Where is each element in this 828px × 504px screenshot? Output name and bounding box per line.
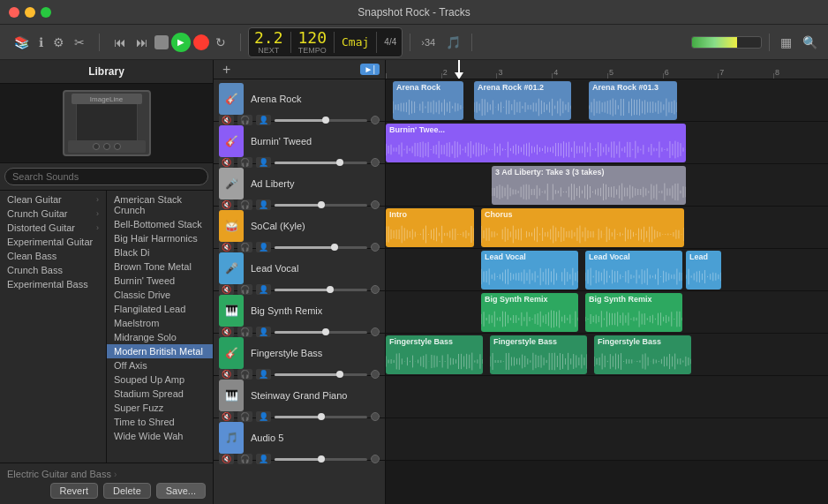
library-col1-item-4[interactable]: Clean Bass <box>0 249 106 263</box>
track-name-6: Fingerstyle Bass <box>251 348 322 358</box>
track-mute-8[interactable]: 🔇 <box>219 454 234 464</box>
track-volume-slider-8[interactable] <box>275 458 367 461</box>
key-value: Cmaj <box>342 36 369 48</box>
library-col2-item-10[interactable]: Modern British Metal <box>107 344 213 358</box>
library-col2-item-14[interactable]: Super Fuzz <box>107 401 213 415</box>
clip-waveform-0-0 <box>393 96 463 118</box>
clip-0-0[interactable]: Arena Rock <box>393 81 463 120</box>
cut-button[interactable]: ✂ <box>71 34 88 51</box>
clip-0-2[interactable]: Arena Rock #01.3 <box>589 81 677 120</box>
amp-speaker <box>76 102 138 146</box>
clip-6-1[interactable]: Fingerstyle Bass <box>490 335 587 374</box>
timeline-area: 23456789101112 Arena RockArena Rock #01.… <box>386 60 828 504</box>
library-col2-item-5[interactable]: Burnin' Tweed <box>107 274 213 288</box>
library-col1-item-0[interactable]: Clean Guitar› <box>0 192 106 207</box>
track-solo-8[interactable]: 🎧 <box>237 454 252 464</box>
library-col2-item-0[interactable]: American Stack Crunch <box>107 192 213 217</box>
clip-6-2[interactable]: Fingerstyle Bass <box>594 335 691 374</box>
stop-button[interactable] <box>154 35 169 49</box>
track-icon-3: 🥁 <box>219 210 244 242</box>
library-col2-item-1[interactable]: Bell-Bottomed Stack <box>107 217 213 231</box>
library-col1-item-6[interactable]: Experimental Bass <box>0 277 106 291</box>
clip-5-0[interactable]: Big Synth Remix <box>481 293 578 332</box>
track-row-3: IntroChorus <box>386 207 828 249</box>
library-col2-item-2[interactable]: Big Hair Harmonics <box>107 231 213 245</box>
search-input[interactable] <box>4 168 208 185</box>
smart-controls-button[interactable]: ►| <box>360 64 380 75</box>
clip-waveform-3-0 <box>386 223 474 245</box>
loop-button[interactable]: ↻ <box>212 34 230 51</box>
revert-button[interactable]: Revert <box>50 483 98 499</box>
library-col2-item-12[interactable]: Souped Up Amp <box>107 372 213 387</box>
library-col2-item-6[interactable]: Classic Drive <box>107 288 213 302</box>
clip-4-2[interactable]: Lead <box>686 251 721 290</box>
track-name-0: Arena Rock <box>251 94 301 104</box>
track-mute-light-8[interactable] <box>371 455 380 463</box>
track-input-8[interactable]: 👤 <box>256 454 271 464</box>
library-col2-item-3[interactable]: Black Di <box>107 245 213 260</box>
library-col2-item-7[interactable]: Flangilated Lead <box>107 302 213 316</box>
library-button[interactable]: 📚 <box>11 34 33 51</box>
clip-2-0[interactable]: 3 Ad Liberty: Take 3 (3 takes) <box>492 166 686 205</box>
record-button[interactable] <box>193 34 209 50</box>
track-name-2: Ad Liberty <box>251 178 295 189</box>
titlebar: Snapshot Rock - Tracks <box>0 0 828 25</box>
add-track-button[interactable]: + <box>219 62 234 78</box>
clip-5-1[interactable]: Big Synth Remix <box>585 293 682 332</box>
library-col2-item-8[interactable]: Maelstrom <box>107 316 213 330</box>
clip-label-6-1: Fingerstyle Bass <box>493 337 583 346</box>
time-sig: 4/4 <box>384 37 396 47</box>
maximize-button[interactable] <box>41 7 51 18</box>
clip-label-3-0: Intro <box>389 210 470 219</box>
clip-3-1[interactable]: Chorus <box>481 208 684 247</box>
library-col2-item-4[interactable]: Brown Tone Metal <box>107 260 213 274</box>
track-headers: + ►| 🎸Arena Rock🔇🎧👤🎸Burnin' Tweed🔇🎧👤🎤Ad … <box>214 60 386 504</box>
count-in-button[interactable]: ›34 <box>418 35 439 49</box>
play-button[interactable]: ▶ <box>171 33 191 52</box>
clip-6-0[interactable]: Fingerstyle Bass <box>386 335 483 374</box>
minimize-button[interactable] <box>25 7 35 18</box>
library-col2-item-9[interactable]: Midrange Solo <box>107 330 213 344</box>
save-button[interactable]: Save... <box>156 483 206 499</box>
info-button[interactable]: ℹ <box>35 34 47 51</box>
timeline-ruler: 23456789101112 <box>386 60 828 79</box>
metronome-button[interactable]: 🎵 <box>442 34 464 51</box>
ruler-mark-2: 3 <box>498 68 502 77</box>
track-row-4: Lead VocalLead VocalLead <box>386 249 828 291</box>
close-button[interactable] <box>9 7 19 18</box>
settings-button[interactable]: ⚙ <box>49 34 68 51</box>
ruler-mark-7: 8 <box>775 68 779 77</box>
library-col1-item-1[interactable]: Crunch Guitar› <box>0 207 106 221</box>
library-col2-item-13[interactable]: Stadium Spread <box>107 387 213 401</box>
clip-4-1[interactable]: Lead Vocal <box>585 251 682 290</box>
footer-category: Electric Guitar and Bass › <box>7 469 206 479</box>
rewind-button[interactable]: ⏮ <box>110 34 130 51</box>
forward-button[interactable]: ⏭ <box>132 34 152 51</box>
master-volume[interactable] <box>691 36 762 49</box>
clip-label-0-1: Arena Rock #01.2 <box>478 83 568 92</box>
track-header-2: 🎤Ad Liberty🔇🎧👤 <box>214 164 385 207</box>
library-col2-item-16[interactable]: Wide Wide Wah <box>107 429 213 443</box>
transport-display: 2.2 NEXT 120 TEMPO Cmaj 4/4 <box>248 27 403 57</box>
clip-0-1[interactable]: Arena Rock #01.2 <box>474 81 571 120</box>
library-col1-item-2[interactable]: Distorted Guitar› <box>0 221 106 235</box>
search-button[interactable]: 🔍 <box>799 34 821 51</box>
track-header-0: 🎸Arena Rock🔇🎧👤 <box>214 79 385 122</box>
grid-view-button[interactable]: ▦ <box>777 34 795 51</box>
library-col1-item-5[interactable]: Crunch Bass <box>0 263 106 277</box>
clip-waveform-5-0 <box>481 308 578 330</box>
clip-waveform-2-0 <box>492 181 686 203</box>
window-controls <box>9 7 51 18</box>
clip-3-0[interactable]: Intro <box>386 208 474 247</box>
tempo-label: TEMPO <box>298 46 327 55</box>
library-col1-item-3[interactable]: Experimental Guitar <box>0 235 106 249</box>
clip-4-0[interactable]: Lead Vocal <box>481 251 578 290</box>
toolbar-sep-4 <box>471 34 472 51</box>
track-header-4: 🎤Lead Vocal🔇🎧👤 <box>214 249 385 291</box>
delete-button[interactable]: Delete <box>103 483 151 499</box>
library-col2-item-11[interactable]: Off Axis <box>107 358 213 372</box>
library-col2-item-15[interactable]: Time to Shred <box>107 415 213 429</box>
track-row-1: Burnin' Twee... <box>386 122 828 164</box>
track-icon-0: 🎸 <box>219 83 244 115</box>
clip-1-0[interactable]: Burnin' Twee... <box>386 124 686 162</box>
